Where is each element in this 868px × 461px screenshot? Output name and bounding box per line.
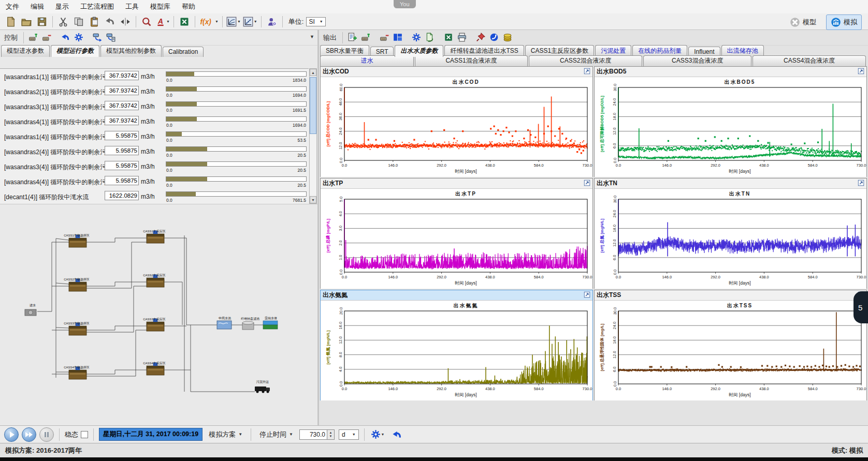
parameter-value-input[interactable] [105,71,139,80]
menu-item-4[interactable]: 工具 [120,0,144,13]
menu-item-0[interactable]: 文件 [0,0,25,13]
output-tank-old-button[interactable]: OLD [378,31,390,43]
chart-curves-button[interactable]: ▼ [226,14,241,29]
flowsheet-node-basin[interactable] [217,321,232,329]
output-excel-export-button[interactable] [442,31,455,43]
control-tab-2[interactable]: 模型其他控制参数 [100,45,162,57]
chart-panel-header: 出水TP [321,179,592,189]
undo-button[interactable] [103,14,117,29]
expand-chart-icon[interactable] [858,179,864,188]
zoom-magnifier-button[interactable] [139,14,154,29]
parameter-value-input[interactable] [105,146,139,155]
output-subtab-2[interactable]: CASS2混合液浓度 [529,55,642,66]
output-layout-tiles-button[interactable] [392,31,404,43]
parameter-value-input[interactable] [105,191,139,200]
output-subtab-3[interactable]: CASS3混合液浓度 [643,55,751,66]
open-folder-button[interactable] [19,14,34,29]
parameter-value-input[interactable] [105,176,139,185]
scroll-down-icon[interactable]: ▼ [310,196,316,203]
expand-chart-icon[interactable] [584,291,590,300]
expand-chart-icon[interactable] [584,179,590,188]
control-tank-old-button[interactable]: OLD [40,31,53,43]
parameter-slider[interactable]: 0.01694.0 [166,116,307,128]
parameter-slider[interactable]: 0.053.5 [166,131,307,143]
copy-button[interactable] [71,14,86,29]
scrollbar-thumb[interactable] [310,77,316,134]
output-pin-red-button[interactable] [474,31,487,43]
parameter-slider[interactable]: 0.020.5 [166,176,307,188]
user-settings-button[interactable] [265,14,279,29]
simulation-settings-button[interactable]: ▼ [370,427,385,442]
collapse-panel-arrow-icon[interactable]: ▼ [310,34,314,39]
expand-chart-icon[interactable] [584,67,590,77]
output-tab-2[interactable]: 出水水质参数 [395,45,443,57]
stop-time-unit-select[interactable]: d ▼ [339,429,359,440]
output-report-new-button[interactable] [346,31,358,43]
output-gear-blue-button[interactable] [410,31,423,43]
fast-forward-button[interactable] [22,427,36,442]
flowsheet-node-filter[interactable] [242,321,254,330]
paste-button[interactable] [87,14,102,29]
menu-item-3[interactable]: 工艺流程图 [75,0,120,13]
control-tab-3[interactable]: Calibration [163,47,204,57]
parameter-scrollbar[interactable]: ▲ ▼ [309,68,317,204]
output-print-button[interactable] [456,31,468,43]
parameter-slider[interactable]: 0.01834.0 [166,71,307,83]
flowsheet-node-water[interactable] [263,321,278,329]
output-subtab-0[interactable]: 进水 [320,55,414,66]
menu-item-6[interactable]: 帮助 [176,0,201,13]
save-button[interactable] [35,14,49,29]
steady-state-checkbox[interactable] [81,431,88,438]
excel-export-button[interactable] [177,14,192,29]
control-tank-new-button[interactable]: NEW [27,31,39,43]
expand-chart-icon[interactable] [858,67,864,77]
pause-button[interactable] [39,427,54,442]
units-select[interactable]: SI▼ [306,17,325,26]
output-tank-new-button[interactable]: NEW [359,31,372,43]
flowsheet-node-truck[interactable] [255,386,270,393]
stop-time-value[interactable]: 730.0 [299,429,327,440]
parameter-value-input[interactable] [105,101,139,110]
simulation-date-field[interactable]: 星期日,十二月 31, 2017 00:09:19 [99,428,202,441]
spinner-arrows[interactable]: ▲▼ [327,429,335,440]
output-subtab-4[interactable]: CASS4混合液浓度 [753,55,866,66]
stop-time-button[interactable]: 停止时间 ▼ [256,428,296,441]
fx-function-button[interactable]: f(x)▼ [198,14,219,29]
control-tab-0[interactable]: 模型进水参数 [1,45,50,57]
view-button-模型[interactable]: 模型 [785,14,821,30]
new-file-button[interactable] [4,14,18,29]
parameter-value-input[interactable] [105,116,139,125]
control-tab-1[interactable]: 模型运行参数 [51,45,99,57]
font-color-button[interactable]: A▼ [155,14,170,29]
parameter-slider[interactable]: 0.07681.5 [166,191,307,203]
side-notification-badge[interactable]: 5 [853,291,868,323]
parameter-slider[interactable]: 0.01691.5 [166,101,307,113]
reset-simulation-button[interactable] [389,427,404,442]
output-coins-button[interactable] [501,31,514,43]
control-undo-blue-button[interactable] [59,31,71,43]
output-subtab-1[interactable]: CASS1混合液浓度 [415,55,528,66]
scroll-up-icon[interactable]: ▲ [310,69,316,76]
output-wrench-blue-button[interactable] [488,31,500,43]
parameter-slider[interactable]: 0.020.5 [166,161,307,173]
menu-item-2[interactable]: 显示 [50,0,75,13]
parameter-value-input[interactable] [105,131,139,140]
parameter-value-input[interactable] [105,161,139,170]
parameter-slider[interactable]: 0.020.5 [166,146,307,158]
parameter-value-input[interactable] [105,86,139,95]
cut-button[interactable] [56,14,70,29]
process-flowsheet[interactable]: 进水CASS1生物选择区CASS2生物选择区CASS3生物选择区CASS4生物选… [0,204,317,426]
view-button-模拟[interactable]: 模拟 [826,14,862,30]
menu-item-1[interactable]: 编辑 [25,0,50,13]
chart-scatter-button[interactable]: ▼ [242,14,258,29]
scenario-button[interactable]: 模拟方案 ▼ [206,428,245,441]
flowsheet-node-pump[interactable] [25,309,36,316]
control-gear-blue-button[interactable] [73,31,85,43]
play-button[interactable] [4,427,19,442]
output-copy-doc-button[interactable] [424,31,436,43]
control-export-tank-button[interactable] [91,31,104,43]
parameter-slider[interactable]: 0.01694.0 [166,86,307,98]
control-import-tank-button[interactable] [105,31,117,43]
menu-item-5[interactable]: 模型库 [144,0,176,13]
mirror-horizontal-button[interactable] [118,14,133,29]
